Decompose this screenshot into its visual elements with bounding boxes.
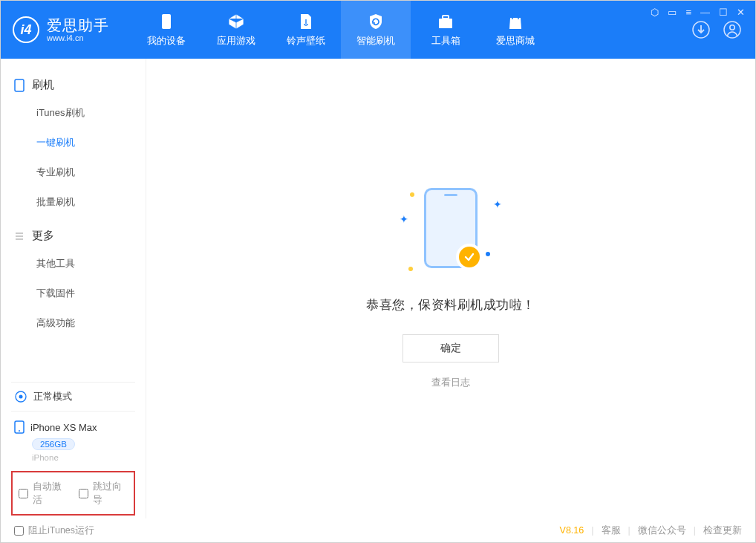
svg-rect-1 — [439, 19, 452, 28]
success-illustration: ✦ ✦ — [395, 188, 506, 277]
checkbox-skip-wizard[interactable]: 跳过向导 — [79, 480, 128, 507]
svg-rect-6 — [15, 79, 24, 91]
logo-area: i4 爱思助手 www.i4.cn — [13, 16, 109, 43]
shirt-icon[interactable]: ⬡ — [651, 7, 659, 18]
sidebar: 刷机 iTunes刷机 一键刷机 专业刷机 批量刷机 更多 其他工具 下载固件 … — [1, 59, 146, 518]
maximize-button[interactable]: ☐ — [719, 7, 728, 18]
footer-link-service[interactable]: 客服 — [602, 524, 621, 537]
sidebar-item-pro-flash[interactable]: 专业刷机 — [1, 157, 146, 187]
device-type: iPhone — [32, 453, 135, 462]
svg-point-5 — [730, 25, 734, 30]
sidebar-item-batch-flash[interactable]: 批量刷机 — [1, 187, 146, 217]
version-label: V8.16 — [560, 525, 584, 536]
svg-point-8 — [19, 395, 23, 399]
status-bar: 阻止iTunes运行 V8.16 | 客服 | 微信公众号 | 检查更新 — [1, 518, 755, 542]
shield-refresh-icon — [367, 13, 385, 30]
footer-link-wechat[interactable]: 微信公众号 — [638, 524, 686, 537]
minimize-button[interactable]: — — [700, 7, 710, 18]
download-icon[interactable] — [691, 20, 711, 39]
close-button[interactable]: ✕ — [737, 7, 745, 18]
tab-label: 工具箱 — [431, 35, 460, 48]
sidebar-section-flash: 刷机 — [1, 72, 146, 98]
highlighted-checkbox-group: 自动激活 跳过向导 — [11, 471, 135, 516]
device-capacity: 256GB — [32, 438, 75, 450]
checkbox-skip-wizard-input[interactable] — [79, 489, 88, 498]
dot-icon — [486, 252, 490, 256]
success-message: 恭喜您，保资料刷机成功啦！ — [366, 296, 535, 313]
tab-toolbox[interactable]: 工具箱 — [411, 1, 480, 59]
dot-icon — [408, 267, 413, 271]
list-icon — [14, 231, 25, 241]
sidebar-item-other-tools[interactable]: 其他工具 — [1, 249, 146, 279]
block-itunes-label: 阻止iTunes运行 — [28, 524, 94, 537]
view-log-link[interactable]: 查看日志 — [431, 376, 470, 389]
logo-icon: i4 — [13, 16, 39, 43]
phone-illustration — [424, 188, 478, 268]
bag-icon — [506, 13, 524, 30]
checkbox-block-itunes[interactable] — [14, 526, 24, 536]
refresh-circle-icon — [14, 390, 27, 403]
tab-ringtone-wallpaper[interactable]: 铃声壁纸 — [271, 1, 341, 59]
tab-app-games[interactable]: 应用游戏 — [201, 1, 271, 59]
tab-label: 智能刷机 — [356, 35, 395, 48]
sidebar-item-one-click-flash[interactable]: 一键刷机 — [1, 128, 146, 157]
tab-label: 爱思商城 — [496, 35, 535, 48]
tab-label: 铃声壁纸 — [287, 35, 325, 48]
device-info[interactable]: iPhone XS Max 256GB iPhone — [11, 411, 135, 462]
svg-rect-2 — [443, 16, 449, 19]
dot-icon — [410, 192, 414, 197]
phone-icon — [14, 79, 25, 92]
footer-link-update[interactable]: 检查更新 — [703, 524, 742, 537]
sidebar-item-advanced[interactable]: 高级功能 — [1, 308, 146, 338]
device-name: iPhone XS Max — [30, 422, 97, 433]
check-circle-icon — [456, 244, 483, 270]
toolbox-icon — [437, 13, 454, 30]
phone-small-icon — [14, 420, 25, 434]
app-name: 爱思助手 — [47, 17, 109, 33]
music-file-icon — [297, 13, 315, 30]
header-right — [691, 20, 755, 39]
app-header: i4 爱思助手 www.i4.cn 我的设备 应用游戏 铃声壁纸 智能刷机 工具… — [1, 1, 755, 59]
window-controls: ⬡ ▭ ≡ — ☐ ✕ — [651, 7, 745, 18]
checkbox-auto-activate[interactable]: 自动激活 — [19, 480, 68, 507]
svg-point-10 — [19, 430, 20, 432]
checkbox-auto-activate-input[interactable] — [19, 489, 28, 498]
user-icon[interactable] — [723, 20, 742, 39]
device-mode-row[interactable]: 正常模式 — [11, 382, 135, 411]
app-url: www.i4.cn — [47, 33, 109, 42]
list-icon[interactable]: ▭ — [668, 7, 677, 18]
tab-smart-flash[interactable]: 智能刷机 — [341, 1, 411, 59]
sparkle-icon: ✦ — [493, 198, 502, 210]
tab-my-device[interactable]: 我的设备 — [131, 1, 201, 59]
menu-icon[interactable]: ≡ — [685, 7, 691, 18]
ok-button[interactable]: 确定 — [403, 334, 499, 362]
device-icon — [157, 13, 175, 30]
tab-label: 我的设备 — [147, 35, 186, 48]
tab-label: 应用游戏 — [217, 35, 255, 48]
main-tabs: 我的设备 应用游戏 铃声壁纸 智能刷机 工具箱 爱思商城 — [131, 1, 550, 59]
svg-rect-0 — [162, 14, 171, 29]
sidebar-section-more: 更多 — [1, 223, 146, 249]
sidebar-item-itunes-flash[interactable]: iTunes刷机 — [1, 98, 146, 128]
tab-store[interactable]: 爱思商城 — [480, 1, 550, 59]
sparkle-icon: ✦ — [400, 213, 408, 225]
sidebar-item-download-firmware[interactable]: 下载固件 — [1, 279, 146, 308]
main-content: ✦ ✦ 恭喜您，保资料刷机成功啦！ 确定 查看日志 — [146, 59, 755, 518]
cube-icon — [227, 13, 245, 30]
